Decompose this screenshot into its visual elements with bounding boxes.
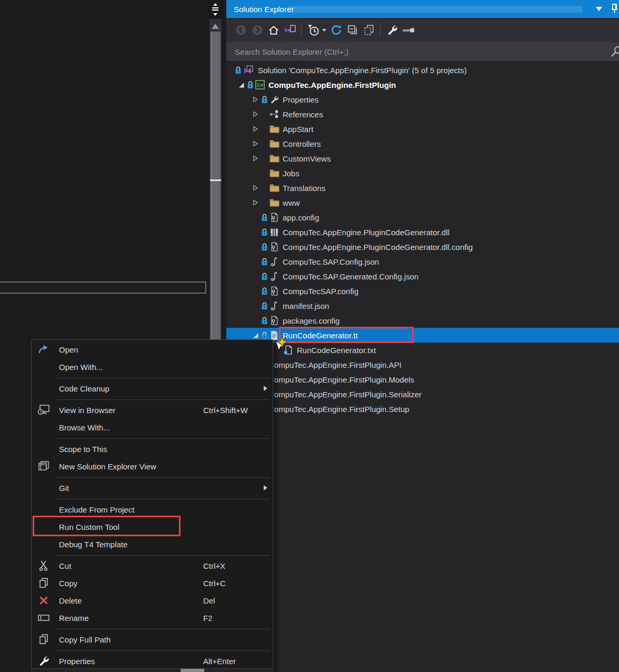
folder-file-icon (269, 169, 279, 178)
panel-title: Solution Explorer (234, 5, 294, 14)
refresh-button[interactable] (328, 22, 344, 38)
tree-item-label: Solution 'CompuTec.AppEngine.FirstPlugin… (258, 66, 467, 75)
menu-item-open[interactable]: Open (32, 341, 273, 358)
tree-collapsed-arrow-icon[interactable] (251, 154, 259, 163)
menu-item-view-in-browser[interactable]: View in BrowserCtrl+Shift+W (32, 402, 273, 419)
solution-explorer-titlebar[interactable]: Solution Explorer (226, 0, 619, 18)
back-button[interactable] (233, 22, 249, 38)
horizontal-scrollbar-thumb[interactable] (181, 669, 204, 672)
tree-row-controllers[interactable]: Controllers (226, 136, 619, 151)
tree-collapsed-arrow-icon[interactable] (251, 198, 259, 207)
tree-row-computecsap-config[interactable]: CompuTecSAP.config (226, 284, 619, 298)
json-file-icon (269, 302, 279, 310)
copy-icon (37, 577, 50, 589)
properties-button[interactable] (384, 22, 400, 38)
menu-item-cut[interactable]: CutCtrl+X (32, 557, 273, 575)
home-icon (268, 24, 279, 36)
menu-item-delete[interactable]: DeleteDel (32, 592, 273, 609)
lock-spacer (274, 346, 283, 354)
menu-separator (56, 399, 269, 400)
menu-separator (56, 499, 269, 499)
tree-expanded-arrow-icon[interactable] (237, 81, 245, 89)
lock-icon (259, 302, 269, 310)
arrow-spacer (251, 302, 259, 310)
search-input[interactable] (234, 47, 581, 57)
tree-row-computec-appengine-plugincodegenerator-d[interactable]: CompuTec.AppEngine.PluginCodeGenerator.d… (226, 239, 619, 254)
pending-changes-filter-button[interactable] (305, 22, 328, 38)
lock-icon (259, 243, 269, 251)
show-all-files-icon (363, 24, 375, 36)
copy-icon (37, 634, 50, 645)
tree-item-label: app.config (283, 213, 319, 222)
tree-row-computec-appengine-firstplugin-setup[interactable]: C#CompuTec.AppEngine.FirstPlugin.Setup (226, 402, 619, 416)
chevron-down-icon[interactable] (596, 7, 602, 11)
preview-selected-items-button[interactable] (400, 22, 416, 38)
tree-row-computec-appengine-firstplugin-models[interactable]: C#CompuTec.AppEngine.FirstPlugin.Models (226, 372, 619, 387)
tree-row-translations[interactable]: Translations (226, 180, 619, 195)
menu-item-run-custom-tool[interactable]: Run Custom Tool (32, 518, 273, 536)
collapse-all-button[interactable] (344, 22, 361, 38)
menu-item-copy[interactable]: CopyCtrl+C (32, 575, 273, 592)
lock-icon (234, 66, 242, 74)
folder-file-icon (269, 139, 279, 148)
scrollbar-position-marker (210, 179, 221, 181)
tree-row-properties[interactable]: Properties (226, 92, 619, 107)
forward-button[interactable] (249, 22, 265, 38)
menu-item-browse-with-[interactable]: Browse With... (32, 419, 273, 436)
menu-separator (56, 555, 269, 556)
arrow-spacer (251, 228, 259, 236)
menu-item-code-cleanup[interactable]: Code Cleanup (32, 380, 273, 397)
menu-item-git[interactable]: Git (32, 479, 273, 497)
lock-spacer (259, 139, 269, 148)
menu-item-rename[interactable]: RenameF2 (32, 609, 273, 627)
menu-item-open-with-[interactable]: Open With... (32, 358, 273, 376)
menu-item-new-solution-explorer-view[interactable]: New Solution Explorer View (32, 458, 273, 475)
menu-item-debug-t4-template[interactable]: Debug T4 Template (32, 536, 273, 553)
folder-file-icon (269, 184, 279, 193)
vertical-scrollbar-thumb[interactable] (211, 32, 221, 344)
lock-icon (259, 257, 269, 266)
tree-row-customviews[interactable]: CustomViews (226, 151, 619, 166)
home-button[interactable] (265, 22, 282, 38)
tree-collapsed-arrow-icon[interactable] (251, 95, 259, 104)
tree-collapsed-arrow-icon[interactable] (251, 139, 259, 148)
sync-with-active-document-button[interactable] (282, 22, 298, 38)
scrollbar-up-arrow-icon[interactable] (212, 24, 219, 29)
tree-row-computec-appengine-firstplugin-api[interactable]: C#CompuTec.AppEngine.FirstPlugin.API (226, 357, 619, 372)
tree-row-runcodegenerator-txt[interactable]: RunCodeGenerator.txt (226, 343, 619, 357)
tree-row-jobs[interactable]: Jobs (226, 166, 619, 180)
solution-explorer-panel: Solution Explorer Solution 'CompuTec.App… (226, 0, 619, 672)
menu-item-scope-to-this[interactable]: Scope to This (32, 440, 273, 458)
tree-item-label: CompuTec.AppEngine.FirstPlugin.API (268, 360, 402, 369)
tree-collapsed-arrow-icon[interactable] (251, 184, 259, 192)
search-icon[interactable] (610, 45, 619, 61)
tree-row-references[interactable]: References (226, 107, 619, 122)
dropdown-caret-icon[interactable] (322, 29, 326, 32)
tree-row-computec-appengine-plugincodegenerator-d[interactable]: CompuTec.AppEngine.PluginCodeGenerator.d… (226, 225, 619, 239)
menu-item-copy-full-path[interactable]: Copy Full Path (32, 631, 273, 648)
menu-item-properties[interactable]: PropertiesAlt+Enter (32, 653, 273, 670)
tree-row-manifest-json[interactable]: manifest.json (226, 298, 619, 313)
show-all-files-button[interactable] (361, 22, 377, 38)
tree-collapsed-arrow-icon[interactable] (251, 110, 259, 118)
tree-row-computec-sap-config-json[interactable]: CompuTec.SAP.Config.json (226, 254, 619, 269)
menu-item-exclude-from-project[interactable]: Exclude From Project (32, 501, 273, 518)
tree-row-solution-computec-appengine-firstplugin-[interactable]: Solution 'CompuTec.AppEngine.FirstPlugin… (226, 63, 619, 77)
tree-row-www[interactable]: www (226, 195, 619, 210)
tree-row-computec-appengine-firstplugin-serialize[interactable]: C#CompuTec.AppEngine.FirstPlugin.Seriali… (226, 387, 619, 402)
tree-row-app-config[interactable]: app.config (226, 210, 619, 225)
back-icon (235, 24, 247, 36)
tree-collapsed-arrow-icon[interactable] (251, 125, 259, 133)
tree-row-computec-sap-generated-config-json[interactable]: CompuTec.SAP.Generated.Config.json (226, 269, 619, 284)
folder-file-icon (269, 154, 279, 163)
menu-item-label: Delete (59, 596, 82, 605)
window-splitter-icon[interactable] (207, 1, 223, 18)
tree-row-computec-appengine-firstplugin[interactable]: C#CompuTec.AppEngine.FirstPlugin (226, 77, 619, 92)
tree-row-packages-config[interactable]: packages.config (226, 313, 619, 328)
tree-row-runcodegenerator-tt[interactable]: RunCodeGenerator.tt (226, 328, 619, 343)
pin-icon[interactable] (608, 3, 619, 17)
solution-tree: Solution 'CompuTec.AppEngine.FirstPlugin… (226, 62, 619, 672)
tree-item-label: CompuTec.SAP.Config.json (283, 257, 379, 266)
tree-expanded-arrow-icon[interactable] (251, 331, 259, 339)
tree-row-appstart[interactable]: AppStart (226, 122, 619, 136)
